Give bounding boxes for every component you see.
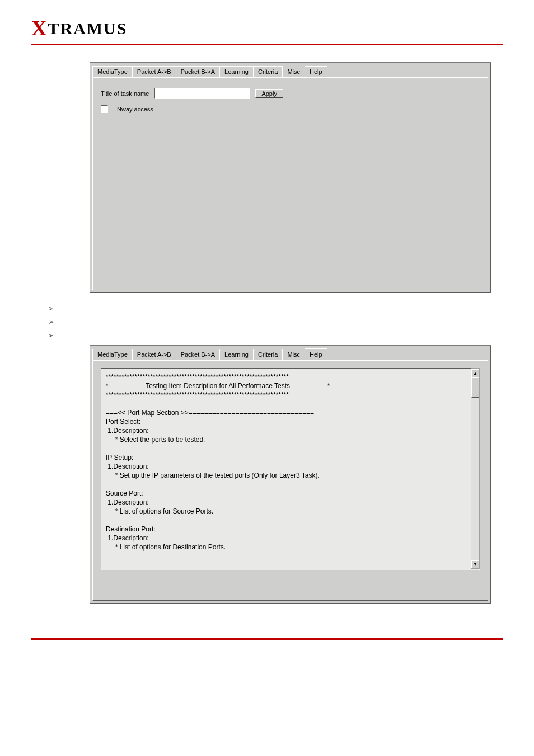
tab-learning[interactable]: Learning: [219, 349, 254, 360]
tab-packet-ab[interactable]: Packet A->B: [132, 349, 176, 360]
title-of-task-label: Title of task name: [101, 90, 149, 97]
apply-button[interactable]: Apply: [255, 89, 283, 98]
tab-packet-ba[interactable]: Packet B->A: [176, 66, 220, 77]
footer-rule: [31, 638, 503, 640]
tab-help[interactable]: Help: [305, 66, 327, 77]
tab-learning[interactable]: Learning: [219, 66, 254, 77]
scroll-down-icon[interactable]: ▼: [471, 560, 479, 568]
scroll-thumb[interactable]: [471, 377, 479, 398]
bullet-list: ➢ ➢ ➢: [48, 305, 503, 339]
tab-packet-ab[interactable]: Packet A->B: [132, 66, 176, 77]
logo: XTRAMUS: [31, 16, 503, 40]
tab-packet-ba[interactable]: Packet B->A: [176, 349, 220, 360]
tabs-row-help: MediaType Packet A->B Packet B->A Learni…: [92, 348, 488, 360]
tab-criteria[interactable]: Criteria: [253, 66, 283, 77]
logo-text: TRAMUS: [48, 19, 127, 38]
header-rule: [31, 44, 503, 45]
nway-checkbox[interactable]: [101, 105, 108, 113]
tab-help[interactable]: Help: [305, 348, 327, 360]
task-name-input[interactable]: [154, 88, 250, 99]
misc-panel: MediaType Packet A->B Packet B->A Learni…: [90, 62, 491, 293]
help-tab-body: ****************************************…: [92, 360, 488, 601]
tab-mediatype[interactable]: MediaType: [92, 349, 133, 360]
chevron-right-icon: ➢: [48, 318, 54, 326]
tabs-row-misc: MediaType Packet A->B Packet B->A Learni…: [92, 65, 488, 77]
tab-criteria[interactable]: Criteria: [253, 349, 283, 360]
tab-mediatype[interactable]: MediaType: [92, 66, 133, 77]
logo-x: X: [31, 16, 48, 40]
chevron-right-icon: ➢: [48, 305, 54, 312]
scroll-track[interactable]: [471, 398, 479, 560]
scroll-up-icon[interactable]: ▲: [471, 369, 479, 377]
misc-tab-body: Title of task name Apply Nway access: [92, 77, 488, 290]
chevron-right-icon: ➢: [48, 332, 54, 339]
scrollbar[interactable]: ▲ ▼: [471, 368, 480, 569]
help-panel: MediaType Packet A->B Packet B->A Learni…: [90, 345, 491, 604]
tab-misc[interactable]: Misc: [282, 349, 305, 360]
tab-misc[interactable]: Misc: [282, 66, 305, 77]
nway-label: Nway access: [117, 106, 153, 113]
help-text: ****************************************…: [101, 368, 480, 570]
